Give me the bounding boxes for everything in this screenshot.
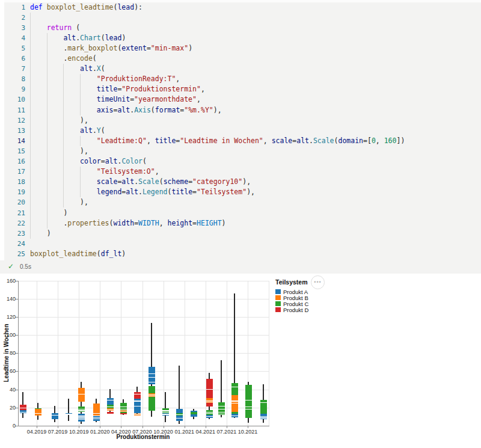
boxplot-box-green	[149, 386, 155, 393]
code-token: "yearmonthdate"	[134, 95, 197, 103]
code-token: "min-max"	[151, 44, 188, 52]
indent-guide	[47, 33, 47, 229]
boxplot-median-line	[206, 416, 213, 417]
y-gridline	[18, 317, 269, 318]
chart-legend: Teilsystem Produkt AProdukt BProdukt CPr…	[275, 278, 308, 313]
boxplot-whisker	[68, 399, 69, 421]
code-editor[interactable]: def boxplot_leadtime(lead): return ( alt…	[30, 0, 480, 260]
code-token: ,	[263, 137, 272, 145]
code-line: def boxplot_leadtime(lead):	[30, 2, 142, 13]
x-axis-title: Produktionstermin	[77, 434, 209, 440]
code-line: .encode(	[30, 54, 97, 64]
line-number: 10	[0, 94, 25, 105]
code-line: "ProduktionReady:T",	[30, 74, 180, 84]
code-line: .properties(width=WIDTH, height=HEIGHT)	[30, 218, 226, 229]
y-axis-title: Leadtime in Wochen	[3, 305, 10, 401]
code-token: 160	[384, 137, 397, 145]
line-number: 12	[0, 115, 25, 126]
boxplot-median-line	[20, 408, 26, 408]
code-token	[30, 64, 80, 73]
boxplot-median-line	[176, 418, 183, 419]
line-number: 9	[0, 84, 25, 94]
boxplot-median-line	[260, 402, 267, 403]
y-tick-label: 20	[0, 405, 16, 411]
legend-entry: Produkt B	[275, 295, 308, 301]
line-number: 8	[0, 74, 25, 84]
x-gridline	[58, 281, 58, 426]
code-token: timeUnit	[97, 95, 130, 103]
code-token: Scale	[138, 177, 159, 186]
code-token: 0	[372, 137, 376, 145]
boxplot-median-line	[260, 416, 267, 417]
y-gridline	[18, 281, 269, 281]
boxplot-median-line	[134, 406, 141, 407]
line-number: 2	[0, 13, 25, 23]
code-token: "ProduktionReady:T"	[97, 75, 176, 83]
code-token: =	[192, 219, 197, 227]
boxplot-median-line	[93, 419, 100, 419]
cell-output: 02040608010012014016004.201907.201910.20…	[0, 274, 481, 448]
line-number: 25	[0, 249, 25, 259]
boxplot-median-line	[78, 410, 85, 411]
boxplot-median-line	[20, 412, 26, 413]
x-gridline	[79, 281, 79, 426]
boxplot-median-line	[218, 412, 225, 413]
boxplot-box-green	[191, 412, 197, 414]
line-number: 21	[0, 208, 25, 218]
code-token: )	[121, 250, 126, 258]
success-check-icon: ✓	[8, 262, 14, 271]
boxplot-box-red	[134, 392, 141, 399]
code-token: alt	[80, 126, 93, 135]
boxplot-median-line	[218, 406, 225, 407]
line-number: 13	[0, 126, 25, 136]
boxplot-median-line	[149, 396, 155, 396]
boxplot-median-line	[231, 416, 238, 416]
code-token: (	[109, 219, 114, 227]
code-token: Chart	[80, 34, 101, 42]
execution-status-bar: ✓ 0.5s	[0, 260, 481, 274]
legend-label: Produkt D	[283, 307, 308, 313]
legend-swatch	[275, 301, 281, 307]
code-line: timeUnit="yearmonthdate",	[30, 94, 201, 105]
code-token: Axis	[134, 106, 151, 114]
code-token: )	[188, 44, 192, 52]
code-token: "category10"	[192, 177, 242, 186]
code-token: domain	[338, 137, 363, 145]
boxplot-median-line	[245, 400, 252, 400]
code-token: def	[30, 3, 43, 11]
boxplot-median-line	[245, 409, 252, 410]
x-gridline	[142, 281, 143, 426]
code-token: )	[30, 209, 67, 217]
code-token: (	[101, 126, 105, 135]
code-token: title	[155, 137, 176, 145]
line-number-gutter: 1234567891011121314151617181920212223242…	[0, 0, 25, 260]
x-gridline	[164, 281, 164, 426]
code-token: boxplot_leadtime	[30, 250, 97, 258]
boxplot-box-orange	[35, 409, 41, 416]
code-token: )	[30, 229, 51, 238]
boxplot-median-line	[206, 400, 213, 401]
code-token: "Teilsystem"	[197, 188, 247, 196]
boxplot-median-line	[120, 407, 127, 407]
code-token: mark_boxplot	[67, 44, 117, 52]
boxplot-median-line	[260, 417, 267, 418]
code-token: format	[155, 106, 180, 114]
code-token: ,	[201, 85, 205, 93]
x-gridline	[227, 281, 227, 426]
indent-guide	[63, 64, 64, 207]
boxplot-box-orange	[93, 404, 100, 416]
code-token: ,	[147, 137, 155, 145]
line-number: 4	[0, 33, 25, 43]
boxplot-median-line	[134, 394, 141, 394]
code-token: ),	[247, 188, 255, 196]
y-gridline	[18, 353, 269, 354]
code-token: (	[159, 177, 164, 186]
line-number: 23	[0, 229, 25, 239]
code-line: alt.X(	[30, 64, 105, 74]
chart-actions-button[interactable]: •••	[311, 275, 325, 289]
code-token: alt	[63, 34, 76, 42]
boxplot-median-line	[231, 387, 238, 387]
code-line: title="Produktionstermin",	[30, 84, 205, 94]
boxplot-median-line	[162, 414, 169, 414]
legend-swatch	[275, 289, 281, 295]
